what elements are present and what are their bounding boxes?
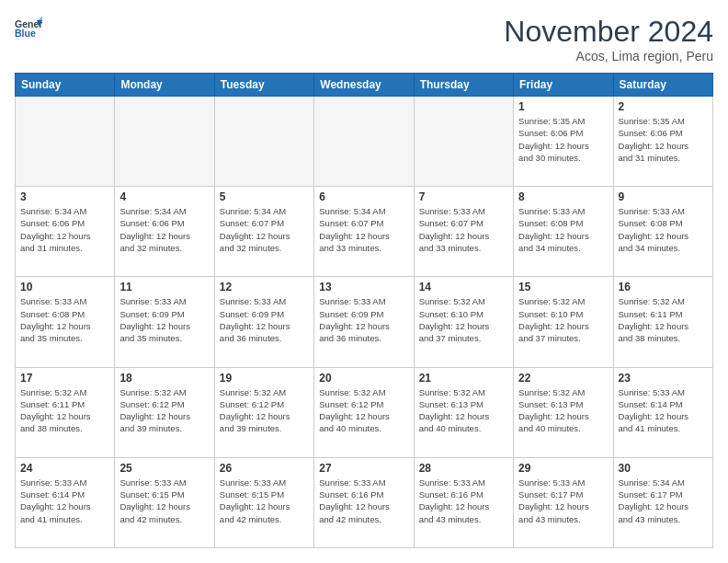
day-number: 7 xyxy=(419,190,508,203)
calendar-day-cell: 5Sunrise: 5:34 AM Sunset: 6:07 PM Daylig… xyxy=(214,187,313,277)
day-info: Sunrise: 5:33 AM Sunset: 6:14 PM Dayligh… xyxy=(619,386,708,435)
day-info: Sunrise: 5:34 AM Sunset: 6:06 PM Dayligh… xyxy=(119,205,209,254)
day-number: 28 xyxy=(419,462,508,475)
calendar-day-cell: 21Sunrise: 5:32 AM Sunset: 6:13 PM Dayli… xyxy=(414,367,513,457)
day-info: Sunrise: 5:35 AM Sunset: 6:06 PM Dayligh… xyxy=(619,115,708,164)
calendar-week-row: 1Sunrise: 5:35 AM Sunset: 6:06 PM Daylig… xyxy=(16,97,713,187)
logo-icon: General Blue xyxy=(15,15,42,42)
day-number: 10 xyxy=(20,281,109,293)
day-info: Sunrise: 5:33 AM Sunset: 6:08 PM Dayligh… xyxy=(518,205,608,254)
calendar-day-cell: 10Sunrise: 5:33 AM Sunset: 6:08 PM Dayli… xyxy=(16,277,115,367)
calendar-day-cell: 9Sunrise: 5:33 AM Sunset: 6:08 PM Daylig… xyxy=(613,187,712,277)
calendar-header-day: Saturday xyxy=(613,74,712,97)
day-info: Sunrise: 5:34 AM Sunset: 6:07 PM Dayligh… xyxy=(319,205,408,254)
logo: General Blue xyxy=(15,15,42,42)
calendar-header-day: Monday xyxy=(115,74,214,97)
day-info: Sunrise: 5:33 AM Sunset: 6:08 PM Dayligh… xyxy=(619,205,708,254)
day-info: Sunrise: 5:33 AM Sunset: 6:08 PM Dayligh… xyxy=(20,295,109,344)
day-info: Sunrise: 5:34 AM Sunset: 6:06 PM Dayligh… xyxy=(20,205,109,254)
day-number: 26 xyxy=(220,462,309,475)
day-number: 1 xyxy=(518,100,608,113)
day-info: Sunrise: 5:32 AM Sunset: 6:12 PM Dayligh… xyxy=(119,386,209,435)
day-info: Sunrise: 5:33 AM Sunset: 6:09 PM Dayligh… xyxy=(319,295,408,344)
day-number: 4 xyxy=(119,190,209,203)
calendar-header-day: Friday xyxy=(514,74,613,97)
calendar-day-cell: 26Sunrise: 5:33 AM Sunset: 6:15 PM Dayli… xyxy=(214,457,313,547)
calendar-table: SundayMondayTuesdayWednesdayThursdayFrid… xyxy=(15,73,713,548)
day-info: Sunrise: 5:32 AM Sunset: 6:11 PM Dayligh… xyxy=(20,386,109,435)
calendar-day-cell: 3Sunrise: 5:34 AM Sunset: 6:06 PM Daylig… xyxy=(16,187,115,277)
calendar-day-cell: 14Sunrise: 5:32 AM Sunset: 6:10 PM Dayli… xyxy=(414,277,513,367)
day-number: 30 xyxy=(619,462,708,475)
day-number: 25 xyxy=(119,462,209,475)
calendar-day-cell: 7Sunrise: 5:33 AM Sunset: 6:07 PM Daylig… xyxy=(414,187,513,277)
day-number: 17 xyxy=(20,372,109,385)
calendar-day-cell: 4Sunrise: 5:34 AM Sunset: 6:06 PM Daylig… xyxy=(115,187,214,277)
calendar-header-row: SundayMondayTuesdayWednesdayThursdayFrid… xyxy=(16,74,713,97)
header: General Blue November 2024 Acos, Lima re… xyxy=(15,15,713,63)
day-number: 23 xyxy=(619,372,708,385)
calendar-week-row: 24Sunrise: 5:33 AM Sunset: 6:14 PM Dayli… xyxy=(16,457,713,547)
calendar-day-cell: 11Sunrise: 5:33 AM Sunset: 6:09 PM Dayli… xyxy=(115,277,214,367)
calendar-week-row: 17Sunrise: 5:32 AM Sunset: 6:11 PM Dayli… xyxy=(16,367,713,457)
calendar-header-day: Wednesday xyxy=(314,74,414,97)
day-number: 2 xyxy=(619,100,708,113)
day-number: 8 xyxy=(518,190,608,203)
calendar-header-day: Thursday xyxy=(414,74,513,97)
calendar-day-cell: 23Sunrise: 5:33 AM Sunset: 6:14 PM Dayli… xyxy=(613,367,712,457)
day-number: 9 xyxy=(619,190,708,203)
calendar-day-cell xyxy=(214,97,313,187)
day-info: Sunrise: 5:34 AM Sunset: 6:07 PM Dayligh… xyxy=(220,205,309,254)
calendar-day-cell: 15Sunrise: 5:32 AM Sunset: 6:10 PM Dayli… xyxy=(514,277,613,367)
calendar-day-cell: 30Sunrise: 5:34 AM Sunset: 6:17 PM Dayli… xyxy=(613,457,712,547)
calendar-day-cell: 12Sunrise: 5:33 AM Sunset: 6:09 PM Dayli… xyxy=(214,277,313,367)
calendar-header-day: Tuesday xyxy=(214,74,313,97)
day-number: 5 xyxy=(220,190,309,203)
day-info: Sunrise: 5:32 AM Sunset: 6:12 PM Dayligh… xyxy=(319,386,408,435)
day-number: 3 xyxy=(20,190,109,203)
day-info: Sunrise: 5:33 AM Sunset: 6:15 PM Dayligh… xyxy=(220,477,309,525)
day-info: Sunrise: 5:32 AM Sunset: 6:10 PM Dayligh… xyxy=(419,295,508,344)
day-number: 18 xyxy=(119,372,209,385)
day-info: Sunrise: 5:32 AM Sunset: 6:12 PM Dayligh… xyxy=(220,386,309,435)
day-info: Sunrise: 5:32 AM Sunset: 6:13 PM Dayligh… xyxy=(518,386,608,435)
calendar-day-cell: 20Sunrise: 5:32 AM Sunset: 6:12 PM Dayli… xyxy=(314,367,414,457)
day-info: Sunrise: 5:33 AM Sunset: 6:09 PM Dayligh… xyxy=(220,295,309,344)
calendar-week-row: 10Sunrise: 5:33 AM Sunset: 6:08 PM Dayli… xyxy=(16,277,713,367)
title-section: November 2024 Acos, Lima region, Peru xyxy=(504,15,713,63)
calendar-day-cell: 28Sunrise: 5:33 AM Sunset: 6:16 PM Dayli… xyxy=(414,457,513,547)
day-number: 20 xyxy=(319,372,408,385)
calendar-day-cell: 18Sunrise: 5:32 AM Sunset: 6:12 PM Dayli… xyxy=(115,367,214,457)
day-number: 6 xyxy=(319,190,408,203)
day-number: 24 xyxy=(20,462,109,475)
day-number: 29 xyxy=(518,462,608,475)
day-number: 14 xyxy=(419,281,508,293)
calendar-day-cell: 2Sunrise: 5:35 AM Sunset: 6:06 PM Daylig… xyxy=(613,97,712,187)
calendar-header-day: Sunday xyxy=(16,74,115,97)
day-info: Sunrise: 5:34 AM Sunset: 6:17 PM Dayligh… xyxy=(619,477,708,525)
day-number: 12 xyxy=(220,281,309,293)
day-info: Sunrise: 5:33 AM Sunset: 6:16 PM Dayligh… xyxy=(319,477,408,525)
day-info: Sunrise: 5:33 AM Sunset: 6:14 PM Dayligh… xyxy=(20,477,109,525)
calendar-day-cell xyxy=(16,97,115,187)
calendar-day-cell: 22Sunrise: 5:32 AM Sunset: 6:13 PM Dayli… xyxy=(514,367,613,457)
svg-text:Blue: Blue xyxy=(15,28,36,39)
day-number: 27 xyxy=(319,462,408,475)
calendar-day-cell: 8Sunrise: 5:33 AM Sunset: 6:08 PM Daylig… xyxy=(514,187,613,277)
month-title: November 2024 xyxy=(504,15,713,49)
day-number: 16 xyxy=(619,281,708,293)
day-info: Sunrise: 5:32 AM Sunset: 6:10 PM Dayligh… xyxy=(518,295,608,344)
day-info: Sunrise: 5:33 AM Sunset: 6:15 PM Dayligh… xyxy=(119,477,209,525)
day-info: Sunrise: 5:32 AM Sunset: 6:13 PM Dayligh… xyxy=(419,386,508,435)
calendar-day-cell: 6Sunrise: 5:34 AM Sunset: 6:07 PM Daylig… xyxy=(314,187,414,277)
day-info: Sunrise: 5:33 AM Sunset: 6:17 PM Dayligh… xyxy=(518,477,608,525)
calendar-day-cell: 1Sunrise: 5:35 AM Sunset: 6:06 PM Daylig… xyxy=(514,97,613,187)
day-info: Sunrise: 5:32 AM Sunset: 6:11 PM Dayligh… xyxy=(619,295,708,344)
day-info: Sunrise: 5:33 AM Sunset: 6:09 PM Dayligh… xyxy=(119,295,209,344)
calendar-day-cell: 27Sunrise: 5:33 AM Sunset: 6:16 PM Dayli… xyxy=(314,457,414,547)
calendar-week-row: 3Sunrise: 5:34 AM Sunset: 6:06 PM Daylig… xyxy=(16,187,713,277)
calendar-day-cell: 17Sunrise: 5:32 AM Sunset: 6:11 PM Dayli… xyxy=(16,367,115,457)
day-info: Sunrise: 5:33 AM Sunset: 6:07 PM Dayligh… xyxy=(419,205,508,254)
calendar-day-cell: 13Sunrise: 5:33 AM Sunset: 6:09 PM Dayli… xyxy=(314,277,414,367)
day-number: 19 xyxy=(220,372,309,385)
